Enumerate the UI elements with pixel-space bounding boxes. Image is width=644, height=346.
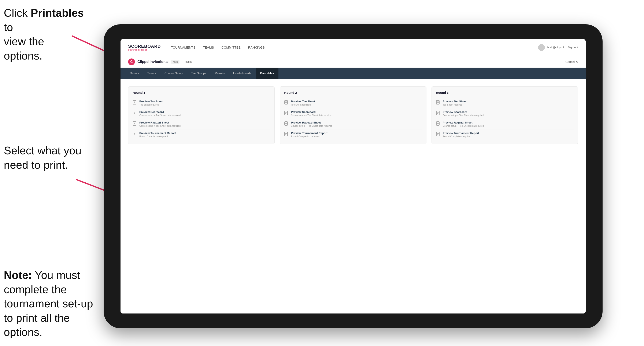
tournament-report-r3-sub: Round Completion required: [443, 135, 479, 138]
tee-sheet-r1-title: Preview Tee Sheet: [139, 100, 163, 103]
tab-teams[interactable]: Teams: [143, 68, 160, 79]
document-icon-6: [284, 111, 289, 116]
tournament-badge: Men: [171, 60, 179, 64]
document-icon-9: [436, 100, 440, 106]
scorecard-r2[interactable]: Preview Scorecard Course setup + Tee She…: [284, 108, 422, 119]
raguzzi-r2-sub: Course setup + Tee Sheet data required: [291, 125, 332, 127]
scorecard-r1-sub: Course setup + Tee Sheet data required: [139, 114, 180, 117]
document-icon-8: [284, 132, 289, 138]
round-1-column: Round 1 Preview Tee Sheet Tee Sheet requ…: [128, 86, 275, 144]
scorecard-r1[interactable]: Preview Scorecard Course setup + Tee She…: [132, 108, 270, 119]
round-2-title: Round 2: [284, 91, 422, 94]
raguzzi-r1-title: Preview Raguzzi Sheet: [139, 121, 180, 124]
document-icon-5: [284, 100, 289, 106]
user-avatar: [538, 44, 545, 51]
tablet-screen: SCOREBOARD Powered by clippd TOURNAMENTS…: [120, 39, 586, 314]
document-icon-4: [132, 132, 137, 138]
tournament-report-r1[interactable]: Preview Tournament Report Round Completi…: [132, 129, 270, 140]
tee-sheet-r3[interactable]: Preview Tee Sheet Tee Sheet required: [436, 98, 574, 108]
raguzzi-r2[interactable]: Preview Raguzzi Sheet Course setup + Tee…: [284, 119, 422, 129]
printables-bold: Printables: [31, 7, 84, 19]
tee-sheet-r2-sub: Tee Sheet required: [291, 103, 315, 106]
tee-sheet-r1-text: Preview Tee Sheet Tee Sheet required: [139, 100, 163, 106]
scorecard-r2-title: Preview Scorecard: [291, 110, 332, 114]
tab-leaderboards[interactable]: Leaderboards: [229, 68, 256, 79]
nav-rankings[interactable]: RANKINGS: [248, 46, 265, 49]
tab-course-setup[interactable]: Course Setup: [160, 68, 187, 79]
tab-printables[interactable]: Printables: [256, 68, 278, 79]
tournament-report-r3[interactable]: Preview Tournament Report Round Completi…: [436, 129, 574, 140]
logo-sub: Powered by clippd: [128, 49, 161, 51]
round-3-column: Round 3 Preview Tee Sheet Tee Sheet requ…: [432, 86, 578, 144]
top-nav-links: TOURNAMENTS TEAMS COMMITTEE RANKINGS: [171, 46, 538, 49]
scorecard-r1-title: Preview Scorecard: [139, 110, 180, 114]
tournament-report-r1-sub: Round Completion required: [139, 135, 176, 138]
cancel-button[interactable]: Cancel ✕: [566, 60, 578, 64]
tablet: SCOREBOARD Powered by clippd TOURNAMENTS…: [104, 24, 602, 328]
document-icon-3: [132, 121, 137, 127]
hosting-badge: Hosting: [184, 60, 192, 63]
tournament-report-r2-sub: Round Completion required: [291, 135, 327, 138]
tournament-logo: C: [128, 58, 135, 65]
nav-teams[interactable]: TEAMS: [203, 46, 214, 49]
tournament-report-r3-title: Preview Tournament Report: [443, 132, 479, 135]
nav-tournaments[interactable]: TOURNAMENTS: [171, 46, 195, 49]
top-nav-right: blair@clippd.io Sign out: [538, 44, 578, 51]
sub-nav: Details Teams Course Setup Tee Groups Re…: [120, 68, 586, 79]
logo-area: SCOREBOARD Powered by clippd: [128, 44, 161, 51]
tee-sheet-r2-title: Preview Tee Sheet: [291, 100, 315, 103]
tee-sheet-r3-sub: Tee Sheet required: [443, 103, 466, 106]
tournament-left: C Clippd Invitational Men Hosting: [128, 58, 192, 65]
tee-sheet-r1-sub: Tee Sheet required: [139, 103, 163, 106]
document-icon-11: [436, 121, 440, 127]
logo-title: SCOREBOARD: [128, 44, 161, 49]
scorecard-r3[interactable]: Preview Scorecard Course setup + Tee She…: [436, 108, 574, 119]
round-1-title: Round 1: [132, 91, 270, 94]
raguzzi-r3-sub: Course setup + Tee Sheet data required: [443, 125, 484, 127]
sign-out-link[interactable]: Sign out: [568, 46, 578, 49]
document-icon-2: [132, 111, 137, 116]
round-3-title: Round 3: [436, 91, 574, 94]
instruction-bottom: Note: You must complete the tournament s…: [4, 268, 97, 340]
tee-sheet-r2[interactable]: Preview Tee Sheet Tee Sheet required: [284, 98, 422, 108]
top-nav: SCOREBOARD Powered by clippd TOURNAMENTS…: [120, 39, 586, 56]
document-icon: [132, 100, 137, 106]
raguzzi-r2-title: Preview Raguzzi Sheet: [291, 121, 332, 124]
scorecard-r3-title: Preview Scorecard: [443, 110, 484, 114]
nav-committee[interactable]: COMMITTEE: [222, 46, 240, 49]
raguzzi-r3[interactable]: Preview Raguzzi Sheet Course setup + Tee…: [436, 119, 574, 129]
tournament-report-r1-title: Preview Tournament Report: [139, 132, 176, 135]
tournament-report-r2-title: Preview Tournament Report: [291, 132, 327, 135]
instruction-middle: Select what you need to print.: [4, 144, 84, 172]
user-email: blair@clippd.io: [548, 46, 565, 49]
raguzzi-r3-title: Preview Raguzzi Sheet: [443, 121, 484, 124]
tab-details[interactable]: Details: [126, 68, 143, 79]
document-icon-10: [436, 111, 440, 116]
tournament-bar: C Clippd Invitational Men Hosting Cancel…: [120, 56, 586, 68]
document-icon-7: [284, 121, 289, 127]
main-content: Round 1 Preview Tee Sheet Tee Sheet requ…: [120, 79, 586, 314]
scorecard-r3-sub: Course setup + Tee Sheet data required: [443, 114, 484, 117]
raguzzi-r1-sub: Course setup + Tee Sheet data required: [139, 125, 180, 127]
tee-sheet-r3-title: Preview Tee Sheet: [443, 100, 466, 103]
round-2-column: Round 2 Preview Tee Sheet Tee Sheet requ…: [280, 86, 426, 144]
tournament-name: Clippd Invitational: [138, 60, 168, 64]
rounds-grid: Round 1 Preview Tee Sheet Tee Sheet requ…: [128, 86, 578, 144]
scorecard-r2-sub: Course setup + Tee Sheet data required: [291, 114, 332, 117]
tab-results[interactable]: Results: [210, 68, 229, 79]
document-icon-12: [436, 132, 440, 138]
raguzzi-r1[interactable]: Preview Raguzzi Sheet Course setup + Tee…: [132, 119, 270, 129]
tee-sheet-r1[interactable]: Preview Tee Sheet Tee Sheet required: [132, 98, 270, 108]
tab-tee-groups[interactable]: Tee Groups: [187, 68, 210, 79]
tournament-report-r2[interactable]: Preview Tournament Report Round Completi…: [284, 129, 422, 140]
